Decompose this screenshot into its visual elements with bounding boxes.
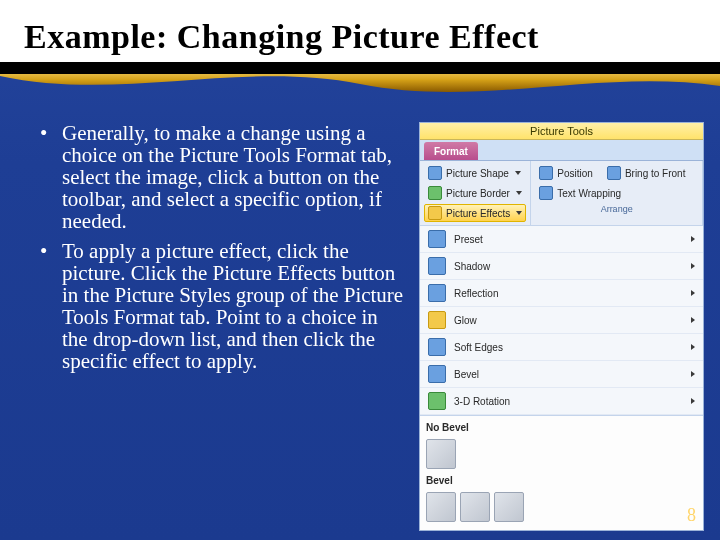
arrange-group: Position Bring to Front Text Wrapping (531, 161, 703, 225)
button-label: Picture Effects (446, 208, 510, 219)
chevron-right-icon (691, 290, 695, 296)
position-button[interactable]: Position (535, 164, 597, 182)
ribbon: Picture Tools Format Picture Shape (419, 122, 704, 531)
button-label: Bring to Front (625, 168, 686, 179)
menu-label: 3-D Rotation (454, 396, 510, 407)
button-label: Picture Shape (446, 168, 509, 179)
effect-preset[interactable]: Preset (420, 226, 703, 253)
chevron-right-icon (691, 344, 695, 350)
position-icon (539, 166, 553, 180)
picture-styles-group: Picture Shape Picture Border Picture Eff (420, 161, 531, 225)
bevel-icon (428, 365, 446, 383)
bullet-list: Generally, to make a change using a choi… (40, 122, 405, 531)
chevron-down-icon (515, 171, 521, 175)
chevron-right-icon (691, 317, 695, 323)
group-label: Arrange (535, 204, 698, 214)
menu-label: Preset (454, 234, 483, 245)
content-area: Generally, to make a change using a choi… (0, 98, 720, 531)
effect-reflection[interactable]: Reflection (420, 280, 703, 307)
title-underline (0, 62, 720, 74)
tab-format[interactable]: Format (424, 142, 478, 160)
gold-swash (0, 74, 720, 98)
effect-bevel[interactable]: Bevel (420, 361, 703, 388)
effect-glow[interactable]: Glow (420, 307, 703, 334)
bring-to-front-button[interactable]: Bring to Front (603, 164, 690, 182)
menu-label: Reflection (454, 288, 498, 299)
effects-icon (428, 206, 442, 220)
soft-edges-icon (428, 338, 446, 356)
menu-label: Soft Edges (454, 342, 503, 353)
menu-label: Bevel (454, 369, 479, 380)
preset-icon (428, 230, 446, 248)
effect-3d-rotation[interactable]: 3-D Rotation (420, 388, 703, 415)
menu-label: Glow (454, 315, 477, 326)
bullet-item: Generally, to make a change using a choi… (40, 122, 405, 232)
bevel-swatch[interactable] (426, 492, 456, 522)
picture-effects-button[interactable]: Picture Effects (424, 204, 526, 222)
chevron-right-icon (691, 398, 695, 404)
button-label: Position (557, 168, 593, 179)
bevel-submenu: No Bevel Bevel (420, 415, 703, 530)
chevron-right-icon (691, 263, 695, 269)
picture-effects-menu: Preset Shadow Reflection (420, 225, 703, 415)
ribbon-groups: Picture Shape Picture Border Picture Eff (420, 161, 703, 225)
tab-strip: Format (420, 140, 703, 161)
slide: Example: Changing Picture Effect General… (0, 0, 720, 540)
chevron-down-icon (516, 191, 522, 195)
button-label: Text Wrapping (557, 188, 621, 199)
shape-icon (428, 166, 442, 180)
submenu-header-no-bevel: No Bevel (424, 420, 699, 437)
bevel-swatch[interactable] (426, 439, 456, 469)
chevron-down-icon (516, 211, 522, 215)
glow-icon (428, 311, 446, 329)
menu-label: Shadow (454, 261, 490, 272)
effect-shadow[interactable]: Shadow (420, 253, 703, 280)
rotation-icon (428, 392, 446, 410)
bevel-swatch[interactable] (494, 492, 524, 522)
slide-title: Example: Changing Picture Effect (0, 0, 720, 62)
front-icon (607, 166, 621, 180)
bullet-item: To apply a picture effect, click the pic… (40, 240, 405, 372)
text-wrapping-button[interactable]: Text Wrapping (535, 184, 698, 202)
ribbon-screenshot: Picture Tools Format Picture Shape (419, 122, 704, 531)
reflection-icon (428, 284, 446, 302)
wrap-icon (539, 186, 553, 200)
border-icon (428, 186, 442, 200)
bevel-swatch[interactable] (460, 492, 490, 522)
picture-border-button[interactable]: Picture Border (424, 184, 526, 202)
chevron-right-icon (691, 371, 695, 377)
picture-shape-button[interactable]: Picture Shape (424, 164, 526, 182)
button-label: Picture Border (446, 188, 510, 199)
page-number: 8 (687, 505, 696, 526)
effect-soft-edges[interactable]: Soft Edges (420, 334, 703, 361)
submenu-header-bevel: Bevel (424, 473, 699, 490)
chevron-right-icon (691, 236, 695, 242)
shadow-icon (428, 257, 446, 275)
contextual-tab-title: Picture Tools (420, 123, 703, 140)
